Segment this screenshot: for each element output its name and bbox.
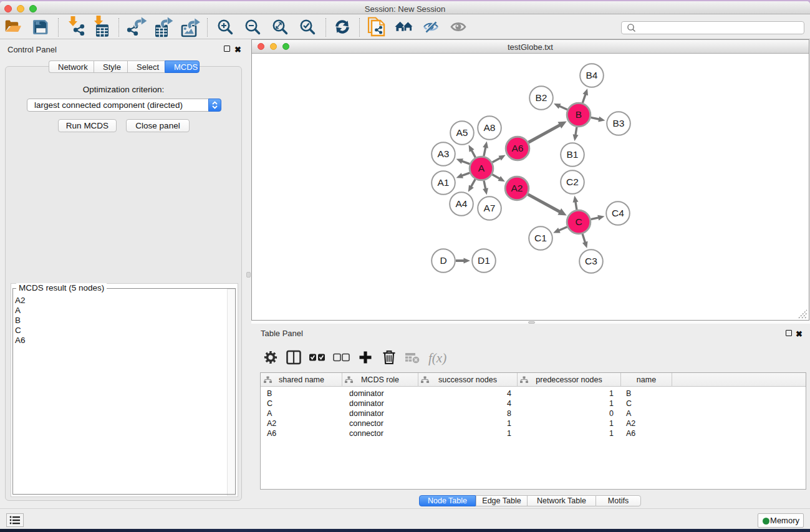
svg-text:B2: B2: [536, 92, 547, 103]
svg-text:D1: D1: [478, 255, 490, 266]
svg-text:D: D: [440, 255, 446, 266]
svg-text:C1: C1: [534, 233, 547, 243]
svg-text:A7: A7: [484, 203, 496, 213]
svg-text:A6: A6: [512, 143, 524, 153]
svg-text:C4: C4: [612, 208, 624, 218]
svg-text:C3: C3: [585, 256, 597, 266]
svg-text:C: C: [575, 216, 582, 227]
svg-text:A3: A3: [438, 148, 450, 159]
svg-text:f(x): f(x): [428, 351, 446, 365]
svg-text:C2: C2: [566, 177, 579, 187]
svg-text:B1: B1: [567, 149, 579, 160]
svg-text:B4: B4: [586, 70, 598, 80]
svg-text:A2: A2: [511, 183, 523, 193]
svg-text:A4: A4: [456, 198, 468, 209]
svg-text:A5: A5: [456, 127, 468, 138]
svg-text:B: B: [576, 109, 582, 120]
svg-text:A: A: [478, 163, 485, 173]
svg-text:A8: A8: [484, 122, 496, 133]
svg-text:B3: B3: [613, 118, 625, 128]
svg-text:A1: A1: [438, 177, 450, 188]
